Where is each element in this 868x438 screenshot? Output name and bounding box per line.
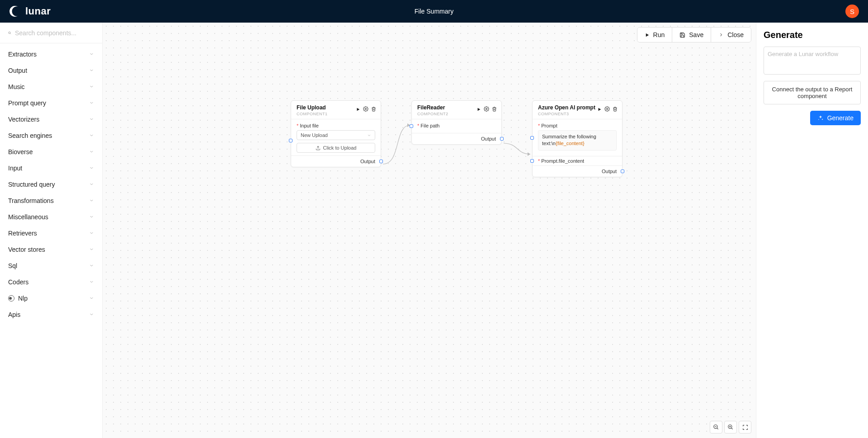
node-output: Output bbox=[291, 155, 381, 167]
select-value: New Upload bbox=[301, 132, 328, 138]
sidebar-item-label: Sql bbox=[8, 262, 17, 269]
sidebar-item-label: Vectorizers bbox=[8, 116, 39, 123]
node-title: File Upload bbox=[297, 104, 328, 111]
fullscreen-button[interactable] bbox=[739, 421, 751, 433]
svg-point-13 bbox=[607, 108, 608, 110]
svg-point-2 bbox=[9, 32, 10, 33]
sidebar-item-miscellaneous[interactable]: Miscellaneous bbox=[0, 209, 102, 225]
canvas[interactable]: Run Save Close File Upload bbox=[103, 23, 756, 438]
upload-icon bbox=[316, 146, 321, 151]
node-azure-openai-prompt[interactable]: Azure Open AI prompt COMPONENT3 *Prompt … bbox=[532, 100, 623, 177]
input-port-file-content[interactable] bbox=[530, 159, 534, 163]
generate-heading: Generate bbox=[764, 30, 861, 40]
save-icon bbox=[679, 32, 685, 38]
input-port-prompt[interactable] bbox=[530, 136, 534, 140]
output-port[interactable] bbox=[621, 170, 624, 173]
zoom-in-icon bbox=[727, 424, 734, 430]
output-port[interactable] bbox=[500, 137, 504, 141]
generate-button[interactable]: Generate bbox=[810, 111, 861, 125]
close-button[interactable]: Close bbox=[711, 28, 751, 42]
node-title: FileReader bbox=[417, 104, 448, 111]
sidebar-item-vectorizers[interactable]: Vectorizers bbox=[0, 111, 102, 127]
gear-icon[interactable] bbox=[363, 105, 368, 113]
upload-button[interactable]: Click to Upload bbox=[297, 143, 375, 153]
search-icon bbox=[8, 30, 11, 36]
chevron-down-icon bbox=[89, 197, 94, 204]
output-port[interactable] bbox=[379, 160, 383, 163]
chevron-down-icon bbox=[89, 262, 94, 269]
generate-hint[interactable]: Connect the output to a Report component bbox=[764, 81, 861, 104]
canvas-toolbar: Run Save Close bbox=[637, 27, 751, 42]
upload-select[interactable]: New Upload bbox=[297, 130, 375, 140]
save-label: Save bbox=[689, 31, 703, 38]
sidebar-item-label: Music bbox=[8, 83, 25, 90]
gear-icon[interactable] bbox=[484, 105, 489, 113]
sidebar-item-sql[interactable]: Sql bbox=[0, 258, 102, 274]
node-file-upload[interactable]: File Upload COMPONENT1 *Input file New U… bbox=[291, 100, 381, 167]
zoom-out-icon bbox=[713, 424, 719, 430]
sidebar-item-search-engines[interactable]: Search engines bbox=[0, 127, 102, 144]
sidebar-item-retrievers[interactable]: Retrievers bbox=[0, 225, 102, 241]
sidebar-item-label: Miscellaneous bbox=[8, 213, 48, 221]
node-output: Output bbox=[412, 133, 501, 144]
play-icon bbox=[645, 33, 650, 38]
save-button[interactable]: Save bbox=[672, 28, 711, 42]
svg-marker-10 bbox=[478, 108, 481, 111]
chevron-down-icon bbox=[89, 311, 94, 318]
chevron-down-icon bbox=[89, 67, 94, 74]
logo: lunar bbox=[9, 5, 51, 17]
nlp-icon bbox=[8, 295, 14, 301]
zoom-in-button[interactable] bbox=[724, 421, 737, 433]
sidebar-item-label: Apis bbox=[8, 311, 20, 318]
sidebar-item-bioverse[interactable]: Bioverse bbox=[0, 144, 102, 160]
generate-panel: Generate Connect the output to a Report … bbox=[756, 23, 868, 438]
play-icon[interactable] bbox=[476, 105, 481, 113]
sidebar-item-extractors[interactable]: Extractors bbox=[0, 46, 102, 62]
sidebar-item-music[interactable]: Music bbox=[0, 79, 102, 95]
chevron-down-icon bbox=[89, 230, 94, 237]
input-port[interactable] bbox=[289, 139, 292, 142]
prompt-code[interactable]: Summarize the following text:\n{file_con… bbox=[538, 130, 617, 151]
chevron-down-icon bbox=[89, 278, 94, 286]
sidebar-item-coders[interactable]: Coders bbox=[0, 274, 102, 290]
avatar[interactable]: S bbox=[845, 5, 859, 18]
sidebar-item-output[interactable]: Output bbox=[0, 62, 102, 79]
moon-icon bbox=[9, 5, 21, 17]
chevron-down-icon bbox=[89, 116, 94, 123]
sidebar-item-vector-stores[interactable]: Vector stores bbox=[0, 241, 102, 258]
zoom-out-button[interactable] bbox=[710, 421, 722, 433]
gear-icon[interactable] bbox=[604, 105, 610, 113]
svg-line-20 bbox=[731, 428, 733, 429]
sidebar-item-label: Nlp bbox=[18, 295, 28, 302]
search-input[interactable] bbox=[15, 29, 94, 37]
field-label: *File path bbox=[417, 123, 496, 128]
sidebar-item-prompt-query[interactable]: Prompt query bbox=[0, 95, 102, 111]
app-name: lunar bbox=[25, 5, 51, 17]
node-file-reader[interactable]: FileReader COMPONENT2 *File path Output bbox=[411, 100, 502, 145]
trash-icon[interactable] bbox=[613, 105, 618, 113]
svg-point-11 bbox=[486, 108, 487, 110]
sidebar-item-label: Extractors bbox=[8, 51, 37, 58]
play-icon[interactable] bbox=[597, 105, 602, 113]
sidebar-item-nlp[interactable]: Nlp bbox=[0, 290, 102, 306]
node-subtitle: COMPONENT2 bbox=[417, 112, 448, 116]
sidebar-item-input[interactable]: Input bbox=[0, 160, 102, 176]
sparkle-icon bbox=[817, 115, 824, 121]
chevron-right-icon bbox=[718, 32, 724, 38]
sidebar-item-structured-query[interactable]: Structured query bbox=[0, 176, 102, 193]
sidebar-item-label: Input bbox=[8, 165, 22, 172]
chevron-down-icon bbox=[89, 213, 94, 221]
svg-marker-12 bbox=[599, 108, 601, 111]
chevron-down-icon bbox=[89, 132, 94, 139]
trash-icon[interactable] bbox=[492, 105, 497, 113]
sidebar-item-apis[interactable]: Apis bbox=[0, 306, 102, 323]
trash-icon[interactable] bbox=[371, 105, 376, 113]
generate-prompt-input[interactable] bbox=[764, 47, 861, 75]
sidebar-item-transformations[interactable]: Transformations bbox=[0, 193, 102, 209]
play-icon[interactable] bbox=[356, 105, 360, 113]
fullscreen-icon bbox=[742, 424, 748, 430]
run-button[interactable]: Run bbox=[637, 28, 673, 42]
input-port[interactable] bbox=[410, 124, 413, 128]
sidebar-item-label: Bioverse bbox=[8, 148, 33, 155]
sidebar-item-label: Search engines bbox=[8, 132, 52, 139]
